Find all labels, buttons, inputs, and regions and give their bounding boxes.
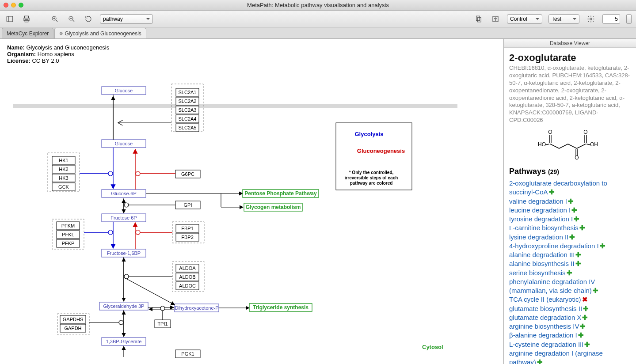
add-icon[interactable]: ✚ <box>571 206 577 214</box>
zoom-out-button[interactable] <box>66 14 77 24</box>
diagram-area[interactable]: Name: Glycolysis and Gluconeogenesis Org… <box>0 39 504 364</box>
pathway-link[interactable]: 4-hydroxyproline degradation I <box>509 242 599 250</box>
pathway-select-label: pathway <box>103 16 123 22</box>
add-icon[interactable]: ✚ <box>584 341 590 348</box>
main-area: Name: Glycolysis and Gluconeogenesis Org… <box>0 39 636 364</box>
svg-line-111 <box>568 144 577 148</box>
add-icon[interactable]: ✚ <box>537 358 543 364</box>
remove-icon[interactable]: ✖ <box>582 296 588 303</box>
add-icon[interactable]: ✚ <box>580 322 586 330</box>
svg-text:Glycolysis: Glycolysis <box>354 131 383 137</box>
svg-text:* Only the controlled,: * Only the controlled, <box>349 170 394 175</box>
add-icon[interactable]: ✚ <box>575 260 581 267</box>
add-icon[interactable]: ✚ <box>574 215 579 223</box>
pathway-link[interactable]: alanine biosynthesis II <box>509 260 575 267</box>
pathway-link[interactable]: alanine degradation III <box>509 251 575 258</box>
svg-text:PGK1: PGK1 <box>181 351 194 356</box>
svg-text:TPI1: TPI1 <box>157 321 168 326</box>
svg-point-71 <box>136 230 140 235</box>
settings-button[interactable] <box>586 14 596 24</box>
zoom-in-button[interactable] <box>50 14 60 24</box>
pathway-link[interactable]: leucine degradation I <box>509 206 571 214</box>
pathway-diagram: Glucose SLC2A1 SLC2A2 SLC2A3 SLC2A4 SLC2… <box>0 39 504 364</box>
svg-text:Pentose Phosphate Pathway: Pentose Phosphate Pathway <box>244 190 317 197</box>
toolbar: pathway Control Test <box>0 11 636 27</box>
pathway-link-row: alanine biosynthesis II✚ <box>509 259 631 268</box>
svg-text:SLC2A3: SLC2A3 <box>179 107 197 113</box>
pathway-link-row: TCA cycle II (eukaryotic)✖ <box>509 295 631 304</box>
tab-metacyc-explorer[interactable]: MetaCyc Explorer <box>2 28 53 38</box>
control-select[interactable]: Control <box>507 14 542 24</box>
window-title: MetaPath: Metabolic pathway visualisatio… <box>0 2 636 8</box>
pathway-link[interactable]: valine degradation I <box>509 197 567 205</box>
svg-point-49 <box>124 203 129 207</box>
pathway-link[interactable]: phenylalanine degradation IV (mammalian,… <box>509 278 595 294</box>
pathway-link[interactable]: L-cysteine degradation III <box>509 341 583 348</box>
pathway-link-row: arginine degradation I (arginase pathway… <box>509 349 631 364</box>
add-icon[interactable]: ✚ <box>567 269 572 277</box>
pathway-link[interactable]: glutamate degradation X <box>509 314 581 321</box>
count-input[interactable] <box>602 14 620 24</box>
tab-glycolysis[interactable]: ⊗Glycolysis and Gluconeogenesis <box>54 28 146 38</box>
svg-text:GPI: GPI <box>184 202 192 208</box>
pathway-link[interactable]: glutamate biosynthesis II <box>509 305 582 312</box>
close-tab-icon[interactable]: ⊗ <box>59 31 63 36</box>
pathway-link-row: valine degradation I✚ <box>509 197 631 206</box>
svg-text:SLC2A2: SLC2A2 <box>179 99 197 104</box>
svg-line-109 <box>550 144 559 148</box>
add-icon[interactable]: ✚ <box>600 242 606 250</box>
database-viewer-header: Database Viewer <box>504 39 636 48</box>
pathway-link[interactable]: serine biosynthesis <box>509 269 566 277</box>
count-stepper[interactable] <box>626 14 632 24</box>
svg-rect-13 <box>478 17 481 22</box>
pathway-link-row: tyrosine degradation I✚ <box>509 215 631 224</box>
svg-line-6 <box>56 20 57 22</box>
svg-text:PFKL: PFKL <box>62 232 74 237</box>
add-icon[interactable]: ✚ <box>569 233 575 241</box>
pathway-link[interactable]: arginine degradation I (arginase pathway… <box>509 349 603 364</box>
pathway-link[interactable]: L-carnitine biosynthesis <box>509 224 579 231</box>
pathways-heading: Pathways (29) <box>509 167 631 176</box>
svg-text:1,3BP-Glycerate: 1,3BP-Glycerate <box>106 339 142 344</box>
pathway-link[interactable]: 2-oxoglutarate decarboxylation to succin… <box>509 179 607 196</box>
add-icon[interactable]: ✚ <box>579 224 585 231</box>
svg-text:Fructose-1,6BP: Fructose-1,6BP <box>107 250 141 256</box>
add-icon[interactable]: ✚ <box>593 287 598 294</box>
pathway-link[interactable]: tyrosine degradation I <box>509 215 573 223</box>
compound-synonyms: CHEBI:16810, α-oxoglutarate, ketoglutara… <box>509 64 631 124</box>
pathway-link-row: β-alanine degradation I✚ <box>509 331 631 340</box>
svg-point-100 <box>119 320 123 325</box>
add-icon[interactable]: ✚ <box>583 305 589 312</box>
svg-text:ALDOC: ALDOC <box>179 283 196 288</box>
svg-text:Glucose-6P: Glucose-6P <box>111 191 136 196</box>
pathway-link[interactable]: lysine degradation II <box>509 233 568 241</box>
print-button[interactable] <box>21 14 32 24</box>
svg-text:irreversible steps of each: irreversible steps of each <box>345 175 398 180</box>
pathway-link[interactable]: β-alanine degradation I <box>509 331 577 339</box>
refresh-button[interactable] <box>83 14 94 24</box>
pathway-link[interactable]: arginine biosynthesis IV <box>509 322 579 330</box>
add-icon[interactable]: ✚ <box>568 197 574 205</box>
add-icon[interactable]: ✚ <box>549 188 555 196</box>
copy-button[interactable] <box>473 14 484 24</box>
pathway-link-row: 2-oxoglutarate decarboxylation to succin… <box>509 179 631 197</box>
svg-text:pathway are colored: pathway are colored <box>350 181 393 186</box>
svg-point-16 <box>590 18 592 20</box>
pathway-select[interactable]: pathway <box>100 14 153 24</box>
add-icon[interactable]: ✚ <box>578 331 584 339</box>
sidebar-toggle-button[interactable] <box>4 14 15 24</box>
svg-text:OH: OH <box>590 141 598 148</box>
export-button[interactable] <box>490 14 501 24</box>
svg-point-40 <box>108 171 113 176</box>
svg-text:O: O <box>548 129 552 135</box>
test-select[interactable]: Test <box>548 14 579 24</box>
compartment-label: Cytosol <box>422 344 443 350</box>
pathway-link-row: L-carnitine biosynthesis✚ <box>509 224 631 232</box>
tab-label: MetaCyc Explorer <box>7 30 49 37</box>
svg-point-43 <box>136 171 140 176</box>
svg-text:Fructose 6P: Fructose 6P <box>110 215 137 220</box>
add-icon[interactable]: ✚ <box>575 251 581 258</box>
svg-line-10 <box>72 20 74 22</box>
pathway-link[interactable]: TCA cycle II (eukaryotic) <box>509 296 581 303</box>
add-icon[interactable]: ✚ <box>582 314 588 321</box>
